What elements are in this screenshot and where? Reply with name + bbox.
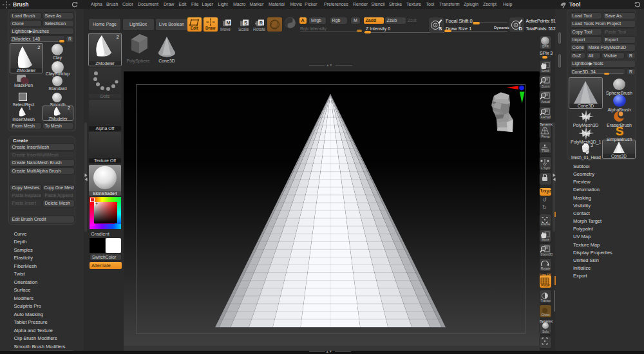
svg-text:S: S: [244, 20, 247, 26]
svg-text:R: R: [260, 20, 263, 26]
svg-text:S: S: [439, 26, 442, 32]
svg-text:D: D: [518, 26, 522, 32]
svg-text:M: M: [227, 20, 231, 26]
